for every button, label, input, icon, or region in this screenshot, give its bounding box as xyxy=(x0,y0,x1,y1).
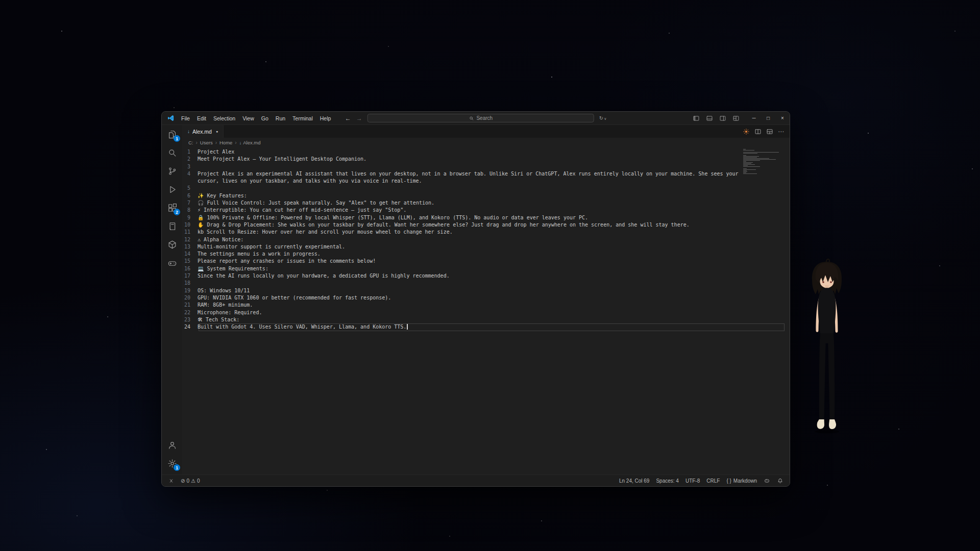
code-line[interactable]: 6✨ Key Features: xyxy=(182,192,790,199)
maximize-button[interactable]: □ xyxy=(761,112,775,124)
split-editor-icon[interactable] xyxy=(754,128,762,135)
breadcrumb-item[interactable]: ↓Alex.md xyxy=(239,140,261,145)
account-icon[interactable] xyxy=(162,436,182,454)
desktop-companion-character[interactable] xyxy=(796,257,857,440)
language-mode[interactable]: { } Markdown xyxy=(726,478,757,484)
code-text[interactable]: Project Alex xyxy=(198,148,749,156)
code-line[interactable]: 20GPU: NVIDIA GTX 1060 or better (recomm… xyxy=(182,294,790,302)
search-box[interactable]: Search xyxy=(368,114,594,122)
code-text[interactable]: 🎧 Full Voice Control: Just speak natural… xyxy=(198,199,749,207)
code-text[interactable]: Microphone: Required. xyxy=(198,309,749,316)
unsaved-changes-dot-icon[interactable]: ● xyxy=(216,130,218,133)
code-text[interactable]: ⚡ Interruptible: You can cut her off mid… xyxy=(198,207,749,214)
explorer-icon[interactable]: 1 xyxy=(162,125,182,143)
code-text[interactable]: Project Alex is an experimental AI assis… xyxy=(198,170,749,185)
forward-icon[interactable]: → xyxy=(356,115,362,122)
editor[interactable]: 1Project Alex2Meet Project Alex — Your I… xyxy=(182,147,790,474)
minimap-line xyxy=(743,157,757,158)
problems-indicator[interactable]: ⊘ 0 ⚠ 0 xyxy=(181,478,200,484)
code-line[interactable]: 24Built with Godot 4. Uses Silero VAD, W… xyxy=(182,323,790,331)
code-line[interactable]: 12⚠ Alpha Notice: xyxy=(182,236,790,243)
code-text[interactable]: ⚠ Alpha Notice: xyxy=(198,236,749,243)
code-line[interactable]: 11kb Scroll to Resize: Hover over her an… xyxy=(182,229,790,236)
code-text[interactable]: RAM: 8GB+ minimum. xyxy=(198,302,749,309)
code-text[interactable]: ✨ Key Features: xyxy=(198,192,749,199)
code-text[interactable]: OS: Windows 10/11 xyxy=(198,287,749,294)
editor-layout-icon[interactable] xyxy=(766,128,773,135)
code-line[interactable]: 8⚡ Interruptible: You can cut her off mi… xyxy=(182,207,790,214)
menu-item-run[interactable]: Run xyxy=(272,112,289,125)
run-debug-icon[interactable] xyxy=(162,180,182,198)
back-icon[interactable]: ← xyxy=(345,115,351,122)
markdown-preview-icon[interactable] xyxy=(743,128,750,135)
cursor-position[interactable]: Ln 24, Col 69 xyxy=(619,478,650,484)
toggle-sidebar-icon[interactable] xyxy=(690,115,703,122)
settings-icon[interactable]: 1 xyxy=(162,454,182,472)
code-line[interactable]: 19OS: Windows 10/11 xyxy=(182,287,790,294)
code-text[interactable]: 💻 System Requirements: xyxy=(198,265,749,272)
code-line[interactable]: 9🔒 100% Private & Offline: Powered by lo… xyxy=(182,214,790,221)
search-icon[interactable] xyxy=(162,143,182,162)
minimize-button[interactable]: ─ xyxy=(747,112,761,124)
code-text[interactable] xyxy=(198,163,749,170)
code-line[interactable]: 4Project Alex is an experimental AI assi… xyxy=(182,170,790,185)
code-text[interactable] xyxy=(198,185,749,192)
code-line[interactable]: 3 xyxy=(182,163,790,170)
toggle-panel-icon[interactable] xyxy=(703,115,716,122)
code-line[interactable]: 23🛠 Tech Stack: xyxy=(182,316,790,323)
more-actions-icon[interactable]: ⋯ xyxy=(778,128,785,135)
tab-alex-md[interactable]: ↓ Alex.md ● xyxy=(182,125,224,138)
code-line[interactable]: 15Please report any crashes or issues in… xyxy=(182,258,790,265)
code-text[interactable] xyxy=(198,280,749,287)
minimap[interactable] xyxy=(743,149,780,174)
code-line[interactable]: 2Meet Project Alex — Your Intelligent De… xyxy=(182,156,790,163)
code-line[interactable]: 16💻 System Requirements: xyxy=(182,265,790,272)
code-line[interactable]: 10✋ Drag & Drop Placement: She walks on … xyxy=(182,221,790,229)
code-line[interactable]: 13Multi-monitor support is currently exp… xyxy=(182,243,790,251)
code-line[interactable]: 5 xyxy=(182,185,790,192)
code-text[interactable]: Built with Godot 4. Uses Silero VAD, Whi… xyxy=(198,323,749,331)
code-line[interactable]: 7🎧 Full Voice Control: Just speak natura… xyxy=(182,199,790,207)
menu-item-selection[interactable]: Selection xyxy=(210,112,239,125)
code-text[interactable]: Please report any crashes or issues in t… xyxy=(198,258,749,265)
code-line[interactable]: 14The settings menu is a work in progres… xyxy=(182,251,790,258)
notifications-bell-icon[interactable] xyxy=(777,478,783,484)
copilot-icon[interactable] xyxy=(764,478,770,484)
book-icon[interactable] xyxy=(162,217,182,235)
extensions-icon[interactable]: 2 xyxy=(162,198,182,217)
eol-indicator[interactable]: CRLF xyxy=(706,478,720,484)
code-text[interactable]: 🛠 Tech Stack: xyxy=(198,316,749,323)
code-text[interactable]: The settings menu is a work in progress. xyxy=(198,251,749,258)
breadcrumb-item[interactable]: Home xyxy=(219,140,232,145)
menu-item-file[interactable]: File xyxy=(178,112,193,125)
menu-item-edit[interactable]: Edit xyxy=(193,112,210,125)
code-line[interactable]: 22Microphone: Required. xyxy=(182,309,790,316)
gamepad-icon[interactable] xyxy=(162,254,182,272)
breadcrumb-item[interactable]: Users xyxy=(200,140,213,145)
menu-item-terminal[interactable]: Terminal xyxy=(289,112,316,125)
refresh-button[interactable]: ↻ ∨ xyxy=(599,115,607,121)
source-control-icon[interactable] xyxy=(162,162,182,180)
indentation[interactable]: Spaces: 4 xyxy=(656,478,678,484)
code-text[interactable]: 🔒 100% Private & Offline: Powered by loc… xyxy=(198,214,749,221)
code-text[interactable]: Multi-monitor support is currently exper… xyxy=(198,243,749,251)
code-text[interactable]: Meet Project Alex — Your Intelligent Des… xyxy=(198,156,749,163)
encoding[interactable]: UTF-8 xyxy=(685,478,700,484)
code-text[interactable]: GPU: NVIDIA GTX 1060 or better (recommen… xyxy=(198,294,749,302)
code-line[interactable]: 18 xyxy=(182,280,790,287)
code-text[interactable]: Since the AI runs locally on your hardwa… xyxy=(198,272,749,280)
menu-item-help[interactable]: Help xyxy=(316,112,335,125)
menu-item-go[interactable]: Go xyxy=(258,112,272,125)
cube-icon[interactable] xyxy=(162,235,182,254)
breadcrumb-item[interactable]: C: xyxy=(188,140,193,145)
remote-indicator-icon[interactable] xyxy=(168,478,175,484)
code-text[interactable]: ✋ Drag & Drop Placement: She walks on yo… xyxy=(198,221,749,229)
customize-layout-icon[interactable] xyxy=(729,115,743,122)
code-line[interactable]: 17Since the AI runs locally on your hard… xyxy=(182,272,790,280)
menu-item-view[interactable]: View xyxy=(239,112,258,125)
toggle-secondary-sidebar-icon[interactable] xyxy=(716,115,729,122)
code-line[interactable]: 1Project Alex xyxy=(182,148,790,156)
close-button[interactable]: × xyxy=(775,112,790,124)
code-text[interactable]: kb Scroll to Resize: Hover over her and … xyxy=(198,229,749,236)
code-line[interactable]: 21RAM: 8GB+ minimum. xyxy=(182,302,790,309)
